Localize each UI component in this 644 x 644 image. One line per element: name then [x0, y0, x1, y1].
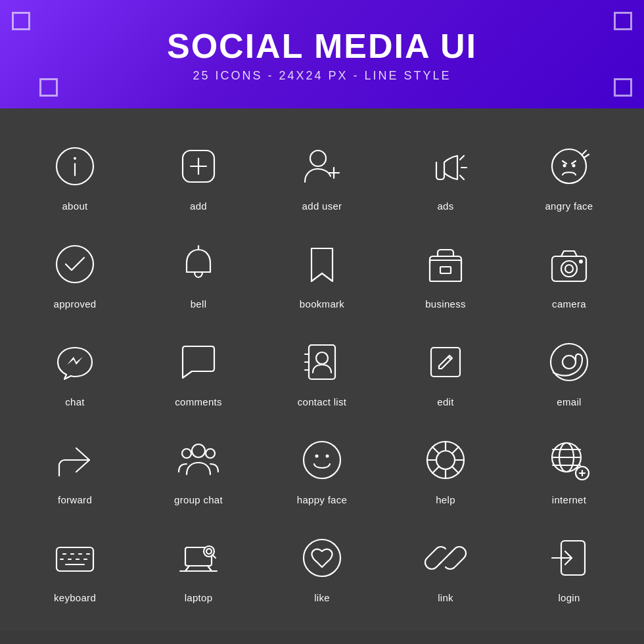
like-label: like	[314, 592, 330, 603]
icon-item-edit: edit	[384, 324, 507, 415]
help-icon	[419, 434, 472, 486]
icons-grid: about add add user	[0, 108, 644, 631]
add-user-label: add user	[302, 200, 342, 212]
login-icon	[543, 532, 595, 584]
svg-point-39	[304, 442, 340, 478]
help-label: help	[436, 494, 455, 505]
icon-item-bell: bell	[137, 226, 260, 317]
happy-face-icon	[296, 434, 348, 486]
icon-item-happy-face: happy face	[260, 422, 384, 513]
bell-label: bell	[191, 298, 207, 310]
svg-point-27	[316, 352, 328, 364]
icon-item-add: add	[137, 128, 260, 219]
svg-line-11	[460, 175, 464, 179]
icon-item-contact-list: contact list	[260, 324, 384, 415]
contact-list-label: contact list	[298, 396, 346, 407]
add-label: add	[190, 200, 207, 212]
angry-face-icon	[543, 140, 595, 193]
forward-icon	[49, 434, 101, 486]
add-icon	[172, 140, 225, 193]
bell-icon	[172, 238, 225, 290]
page-title: SOCIAL MEDIA UI	[167, 26, 477, 66]
corner-decoration	[614, 78, 632, 97]
ads-icon	[419, 140, 472, 193]
like-icon	[296, 532, 348, 584]
svg-line-16	[585, 154, 589, 157]
link-icon	[419, 532, 472, 584]
angry-face-label: angry face	[545, 200, 593, 212]
laptop-label: laptop	[185, 592, 213, 603]
approved-icon	[49, 238, 101, 290]
icon-item-help: help	[384, 422, 507, 513]
chat-icon	[49, 336, 101, 388]
icon-item-forward: forward	[13, 422, 137, 513]
svg-point-34	[563, 356, 576, 369]
svg-point-12	[552, 149, 586, 183]
svg-line-9	[460, 156, 464, 160]
icon-item-login: login	[507, 520, 631, 611]
svg-point-40	[315, 455, 319, 458]
business-label: business	[425, 298, 466, 310]
icon-item-chat: chat	[13, 324, 137, 415]
svg-line-51	[432, 467, 439, 473]
chat-label: chat	[65, 396, 85, 407]
icon-item-ads: ads	[384, 128, 507, 219]
edit-label: edit	[437, 396, 453, 407]
icon-item-approved: approved	[13, 226, 137, 317]
icon-item-business: business	[384, 226, 507, 317]
group-chat-icon	[172, 434, 225, 486]
svg-point-75	[304, 540, 340, 576]
icon-item-bookmark: bookmark	[260, 226, 384, 317]
icon-item-about: about	[13, 128, 137, 219]
svg-rect-20	[430, 260, 461, 281]
svg-line-49	[452, 467, 459, 473]
edit-icon	[419, 336, 472, 388]
svg-point-23	[561, 261, 577, 277]
bookmark-label: bookmark	[300, 298, 344, 310]
svg-point-14	[572, 164, 576, 168]
add-user-icon	[296, 140, 348, 193]
svg-point-17	[57, 246, 93, 283]
icon-item-link: link	[384, 520, 507, 611]
corner-decoration	[39, 78, 58, 97]
icon-item-group-chat: group chat	[137, 422, 260, 513]
corner-decoration	[12, 12, 30, 30]
icon-item-email: email	[507, 324, 631, 415]
ads-label: ads	[437, 200, 453, 212]
svg-point-13	[563, 164, 566, 168]
svg-rect-26	[309, 345, 335, 379]
svg-point-36	[192, 444, 205, 457]
svg-line-50	[452, 447, 459, 453]
internet-icon	[543, 434, 595, 486]
laptop-icon	[172, 532, 225, 584]
about-icon	[49, 140, 101, 193]
svg-line-15	[582, 150, 586, 154]
approved-label: approved	[54, 298, 97, 310]
svg-point-41	[326, 455, 329, 458]
icon-item-keyboard: keyboard	[13, 520, 137, 611]
forward-label: forward	[58, 494, 92, 505]
camera-label: camera	[552, 298, 586, 310]
svg-rect-21	[440, 267, 451, 273]
link-label: link	[438, 592, 453, 603]
icon-item-angry-face: angry face	[507, 128, 631, 219]
corner-decoration	[614, 12, 632, 30]
svg-point-25	[579, 260, 583, 264]
svg-point-24	[565, 265, 573, 273]
internet-label: internet	[552, 494, 586, 505]
icon-item-like: like	[260, 520, 384, 611]
login-label: login	[558, 592, 580, 603]
svg-line-48	[432, 447, 439, 453]
icon-item-camera: camera	[507, 226, 631, 317]
contact-list-icon	[296, 336, 348, 388]
keyboard-label: keyboard	[54, 592, 96, 603]
group-chat-label: group chat	[174, 494, 223, 505]
svg-line-73	[212, 555, 216, 558]
comments-label: comments	[175, 396, 222, 407]
email-label: email	[557, 396, 581, 407]
bookmark-icon	[296, 238, 348, 290]
icon-item-add-user: add user	[260, 128, 384, 219]
comments-icon	[172, 336, 225, 388]
svg-point-6	[310, 150, 326, 166]
svg-rect-31	[431, 348, 460, 377]
